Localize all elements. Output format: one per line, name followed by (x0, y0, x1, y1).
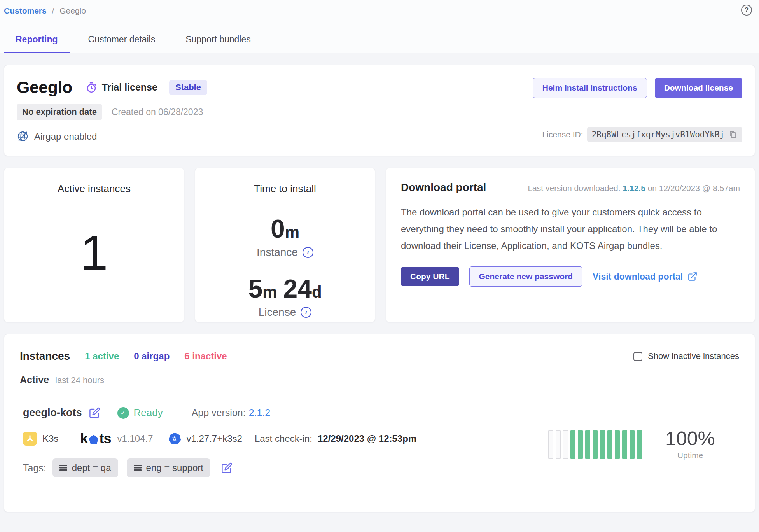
customer-card: Geeglo Trial license Stable No expiratio… (4, 65, 755, 156)
license-install-time: 5m24d (248, 276, 322, 301)
stats-row: Active instances 1 Time to install 0m In… (4, 168, 755, 322)
k3s-icon (23, 432, 37, 446)
channel-badge: Stable (169, 80, 207, 95)
active-instances-count: 1 (80, 195, 108, 322)
license-type: Trial license (86, 82, 157, 93)
ready-label: Ready (134, 407, 163, 419)
license-id-value: 2Rq8WLcsjfxqrMysjvB1WodYkBj (592, 130, 724, 139)
download-license-button[interactable]: Download license (655, 78, 742, 98)
instance-name: geeglo-kots (23, 407, 82, 419)
expiration-badge: No expiration date (17, 104, 102, 120)
edit-instance-name-icon[interactable] (89, 407, 100, 418)
uptime-bar (548, 430, 553, 459)
active-count[interactable]: 1 active (85, 351, 119, 362)
ready-check-icon: ✓ (117, 407, 129, 419)
uptime-bar (563, 430, 568, 459)
uptime-bar (585, 430, 590, 459)
breadcrumb-customers[interactable]: Customers (4, 6, 47, 15)
uptime-bar (578, 430, 583, 459)
breadcrumb: Customers / Geeglo (4, 5, 755, 16)
uptime-bar (600, 430, 605, 459)
tab-support-bundles[interactable]: Support bundles (174, 33, 262, 53)
generate-password-button[interactable]: Generate new password (469, 266, 583, 287)
license-type-label: Trial license (102, 82, 157, 93)
instances-card: Instances 1 active 0 airgap 6 inactive S… (4, 334, 755, 512)
active-section-sublabel: last 24 hours (55, 375, 104, 385)
kots-version: v1.104.7 (117, 433, 153, 444)
customer-actions: Helm install instructions Download licen… (533, 78, 742, 142)
breadcrumb-current: Geeglo (59, 6, 86, 15)
instance-install-time: 0m (271, 216, 299, 242)
tag-lines-icon (59, 464, 68, 472)
main-content: Geeglo Trial license Stable No expiratio… (0, 53, 759, 512)
uptime-bar (630, 430, 635, 459)
distro-label: K3s (42, 433, 58, 444)
download-portal-title: Download portal (401, 181, 486, 194)
active-instances-card: Active instances 1 (4, 168, 184, 322)
inactive-count[interactable]: 6 inactive (184, 351, 227, 362)
instance-install-label: Instance (257, 246, 298, 259)
tab-bar: Reporting Customer details Support bundl… (4, 33, 755, 53)
time-to-install-card: Time to install 0m Instance i 5m24d Lice… (195, 168, 375, 322)
tag-lines-icon (134, 464, 142, 472)
divider (20, 492, 739, 492)
instance-info-icon[interactable]: i (303, 247, 313, 258)
license-id-label: License ID: (542, 130, 583, 139)
uptime-bars (548, 430, 642, 459)
tab-reporting[interactable]: Reporting (4, 33, 70, 53)
kubernetes-icon (168, 433, 181, 445)
customer-info: Geeglo Trial license Stable No expiratio… (17, 78, 207, 142)
copy-icon[interactable] (728, 130, 738, 139)
active-instances-title: Active instances (58, 183, 131, 195)
app-version: App version:2.1.2 (192, 407, 271, 418)
helm-install-button[interactable]: Helm install instructions (533, 78, 647, 98)
time-to-install-title: Time to install (254, 183, 316, 195)
page-header: Customers / Geeglo ? Reporting Customer … (0, 0, 759, 53)
external-link-icon (687, 271, 698, 282)
last-checkin-label: Last check-in: (255, 433, 312, 444)
last-version-downloaded: Last version downloaded: 1.12.5 on 12/20… (528, 184, 740, 193)
kots-logo: kts (80, 430, 111, 447)
trial-timer-icon (86, 82, 97, 93)
copy-url-button[interactable]: Copy URL (401, 267, 459, 286)
active-section-label: Active (20, 374, 49, 385)
created-date: Created on 06/28/2023 (112, 107, 203, 117)
instances-title: Instances (20, 350, 70, 362)
help-glyph: ? (745, 6, 749, 14)
license-install-label: License (259, 306, 296, 318)
uptime-bar (593, 430, 598, 459)
airgap-count[interactable]: 0 airgap (134, 351, 170, 362)
app-version-link[interactable]: 2.1.2 (249, 407, 271, 418)
uptime-bar (622, 430, 627, 459)
edit-tags-icon[interactable] (221, 462, 233, 474)
tag-pill: eng = support (127, 458, 210, 477)
instance-status: ✓ Ready (117, 407, 163, 419)
k8s-version: v1.27.7+k3s2 (186, 433, 242, 444)
license-info-icon[interactable]: i (301, 307, 311, 318)
visit-download-portal-link[interactable]: Visit download portal (593, 271, 698, 282)
uptime-label: Uptime (665, 451, 715, 460)
uptime-block: 100% Uptime (548, 429, 739, 460)
uptime-bar (556, 430, 561, 459)
download-portal-card: Download portal Last version downloaded:… (386, 168, 755, 322)
uptime-bar (615, 430, 620, 459)
uptime-bar (607, 430, 612, 459)
last-checkin-value: 12/29/2023 @ 12:53pm (318, 433, 416, 444)
show-inactive-toggle[interactable]: Show inactive instances (633, 351, 739, 361)
show-inactive-checkbox[interactable] (633, 352, 642, 361)
show-inactive-label: Show inactive instances (648, 351, 739, 361)
kots-pentagon-icon (89, 435, 98, 444)
help-icon[interactable]: ? (741, 5, 752, 16)
tab-customer-details[interactable]: Customer details (77, 33, 167, 53)
tags-label: Tags: (23, 462, 46, 474)
instance-row: geeglo-kots ✓ Ready App version:2.1.2 (20, 396, 739, 480)
customer-name: Geeglo (17, 78, 72, 97)
tag-pill: dept = qa (52, 458, 118, 477)
uptime-bar (637, 430, 642, 459)
airgap-label: Airgap enabled (34, 131, 97, 142)
last-version-link[interactable]: 1.12.5 (623, 184, 645, 192)
uptime-value: 100% (665, 429, 715, 449)
airgap-globe-icon (17, 130, 29, 142)
license-id-pill[interactable]: 2Rq8WLcsjfxqrMysjvB1WodYkBj (587, 127, 742, 142)
breadcrumb-separator: / (52, 6, 54, 15)
